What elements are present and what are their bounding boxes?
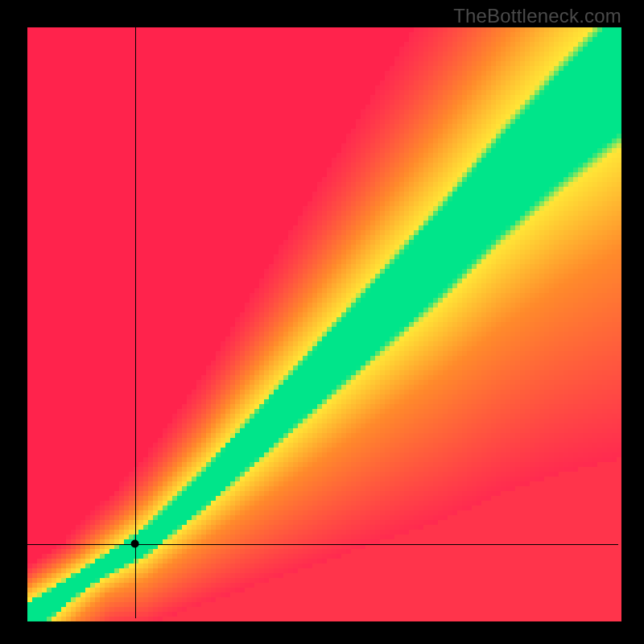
bottleneck-heatmap xyxy=(0,0,644,644)
watermark-text: TheBottleneck.com xyxy=(453,5,621,27)
chart-frame: TheBottleneck.com xyxy=(0,0,644,644)
